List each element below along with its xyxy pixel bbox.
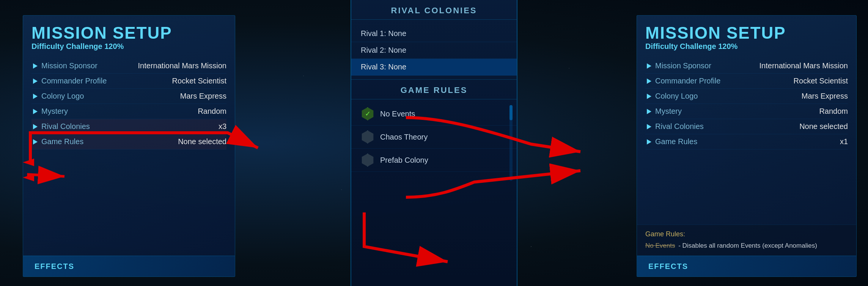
left-title: MISSION SETUP [31, 24, 226, 42]
rival-item-2[interactable]: Rival 3: None [351, 59, 517, 75]
arrow-icon-0 [33, 63, 38, 69]
right-arrow-icon-2 [647, 94, 651, 99]
scrollbar-thumb [509, 105, 513, 120]
menu-value-5: None selected [178, 137, 226, 146]
effects-rule-title: Game Rules: [645, 230, 848, 238]
right-menu-row-5[interactable]: Game Rules x1 [645, 134, 848, 149]
right-effects-label: EFFECTS [648, 262, 688, 271]
right-mission-setup-panel: MISSION SETUP Difficulty Challenge 120% … [637, 15, 857, 277]
right-menu-label-3: Mystery [655, 107, 682, 116]
right-menu-label-2: Colony Logo [655, 92, 698, 101]
right-title: MISSION SETUP [645, 24, 848, 42]
menu-value-2: Mars Express [180, 92, 226, 101]
right-arrow-icon-0 [647, 63, 651, 69]
menu-label-3: Mystery [41, 107, 68, 116]
menu-label-5: Game Rules [41, 137, 83, 146]
scrollbar[interactable] [509, 105, 513, 181]
right-menu-list: Mission Sponsor International Mars Missi… [645, 58, 848, 149]
left-menu-list: Mission Sponsor International Mars Missi… [31, 58, 226, 149]
left-effects-label: EFFECTS [35, 262, 74, 271]
right-effects-content: Game Rules: No Events - Disables all ran… [637, 225, 856, 256]
right-arrow-icon-4 [647, 124, 651, 129]
menu-row-0[interactable]: Mission Sponsor International Mars Missi… [31, 58, 226, 74]
rule-icon-1 [361, 130, 374, 144]
right-menu-label-0: Mission Sponsor [655, 61, 711, 70]
right-menu-row-1[interactable]: Commander Profile Rocket Scientist [645, 74, 848, 89]
right-menu-value-1: Rocket Scientist [794, 77, 848, 85]
menu-value-4: x3 [219, 122, 226, 131]
menu-label-0: Mission Sponsor [41, 61, 97, 70]
right-menu-row-4[interactable]: Rival Colonies None selected [645, 119, 848, 134]
right-menu-value-4: None selected [799, 122, 848, 131]
rival-colonies-section: RIVAL COLONIES Rival 1: None Rival 2: No… [351, 0, 517, 75]
unchecked-hexagon-icon-1 [361, 130, 374, 143]
menu-label-1: Commander Profile [41, 77, 107, 85]
center-panel: RIVAL COLONIES Rival 1: None Rival 2: No… [351, 0, 517, 286]
rule-label-0: No Events [380, 110, 415, 118]
arrow-icon-1 [33, 79, 38, 84]
game-rules-title: GAME RULES [351, 80, 517, 99]
rule-item-0[interactable]: ✓ No Events [351, 102, 517, 126]
arrow-icon-2 [33, 94, 38, 99]
left-difficulty: Difficulty Challenge 120% [31, 42, 226, 51]
right-menu-value-3: Random [819, 107, 848, 116]
arrow-icon-4 [33, 124, 38, 129]
rule-icon-2 [361, 153, 374, 167]
rule-icon-0: ✓ [361, 107, 374, 121]
right-difficulty: Difficulty Challenge 120% [645, 42, 848, 51]
rival-item-1[interactable]: Rival 2: None [351, 42, 517, 59]
right-menu-value-0: International Mars Mission [760, 61, 848, 70]
right-menu-label-1: Commander Profile [655, 77, 720, 85]
menu-value-1: Rocket Scientist [172, 77, 226, 85]
right-menu-row-2[interactable]: Colony Logo Mars Express [645, 89, 848, 104]
right-menu-value-5: x1 [840, 137, 848, 146]
rival-item-0[interactable]: Rival 1: None [351, 25, 517, 42]
arrow-icon-5 [33, 139, 38, 145]
rule-item-2[interactable]: Prefab Colony [351, 149, 517, 172]
right-arrow-icon-5 [647, 139, 651, 145]
checked-hexagon-icon: ✓ [361, 107, 374, 120]
rule-label-1: Chaos Theory [380, 133, 428, 141]
menu-row-4[interactable]: Rival Colonies x3 [31, 119, 226, 134]
menu-row-1[interactable]: Commander Profile Rocket Scientist [31, 74, 226, 89]
rival-colonies-title: RIVAL COLONIES [351, 0, 517, 20]
menu-row-5[interactable]: Game Rules None selected [31, 134, 226, 149]
right-menu-label-5: Game Rules [655, 137, 697, 146]
rule-item-1[interactable]: Chaos Theory [351, 126, 517, 149]
right-menu-row-0[interactable]: Mission Sponsor International Mars Missi… [645, 58, 848, 74]
menu-label-2: Colony Logo [41, 92, 84, 101]
menu-row-3[interactable]: Mystery Random [31, 104, 226, 119]
menu-value-3: Random [198, 107, 226, 116]
rule-label-2: Prefab Colony [380, 156, 428, 165]
right-effects-bar: EFFECTS [637, 256, 856, 277]
effects-rule-text: No Events - Disables all random Events (… [645, 241, 848, 250]
right-arrow-icon-3 [647, 109, 651, 114]
effects-strikethrough-text: No Events [645, 242, 675, 249]
arrow-icon-3 [33, 109, 38, 114]
menu-label-4: Rival Colonies [41, 122, 90, 131]
right-menu-label-4: Rival Colonies [655, 122, 704, 131]
menu-value-0: International Mars Mission [138, 61, 226, 70]
left-mission-setup-panel: MISSION SETUP Difficulty Challenge 120% … [23, 15, 235, 277]
right-menu-value-2: Mars Express [802, 92, 848, 101]
unchecked-hexagon-icon-2 [361, 154, 374, 167]
right-menu-row-3[interactable]: Mystery Random [645, 104, 848, 119]
game-rules-section: GAME RULES ✓ No Events Chaos Theory Pref… [351, 79, 517, 172]
right-arrow-icon-1 [647, 79, 651, 84]
menu-row-2[interactable]: Colony Logo Mars Express [31, 89, 226, 104]
effects-rest-text: - Disables all random Events (except Ano… [678, 242, 817, 249]
left-effects-bar: EFFECTS [23, 256, 235, 277]
